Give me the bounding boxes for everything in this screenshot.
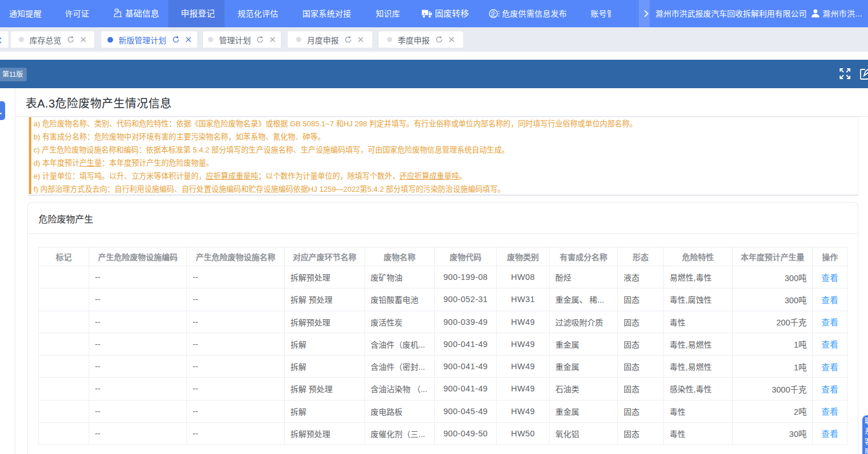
svg-text:企: 企 [491,10,496,16]
